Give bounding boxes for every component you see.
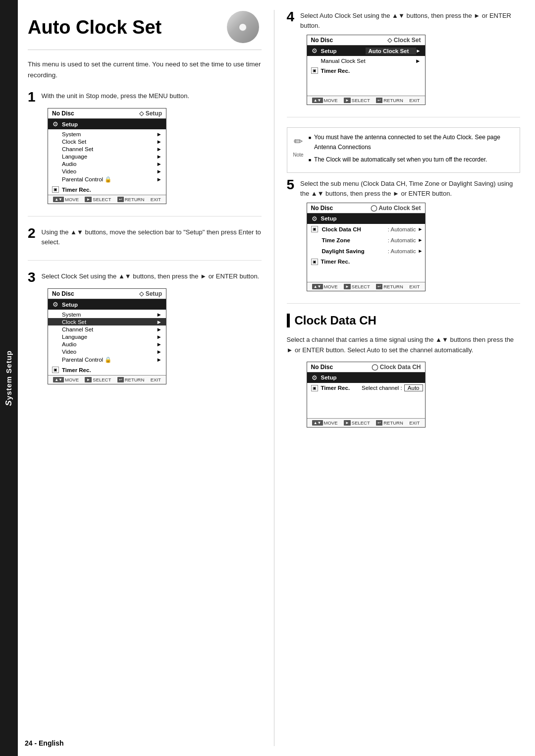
step-5: 5 Select the sub menu (Clock Data CH, Ti… <box>287 178 521 304</box>
step-4: 4 Select Auto Clock Set using the ▲▼ but… <box>287 10 521 117</box>
note-label: Note <box>293 151 304 159</box>
osd-timer-row-1: ▣ Timer Rec. <box>48 184 166 195</box>
osd-setup-row-4: ⚙ Setup Auto Clock Set ► <box>307 46 425 56</box>
osd-header-right-1: ◇ Setup <box>139 110 162 117</box>
osd-item-clockset-1: Clock Set► <box>48 138 166 145</box>
osd-item-system-3: System► <box>48 311 166 318</box>
step-1-desc: With the unit in Stop mode, press the ME… <box>42 90 189 101</box>
step-5-number: 5 <box>287 178 295 192</box>
step-1: 1 With the unit in Stop mode, press the … <box>28 90 262 216</box>
osd-footer-1: ▲▼MOVE ►SELECT ↩RETURN EXIT <box>48 195 166 204</box>
osd-header-left-4: No Disc <box>311 37 333 44</box>
osd-item-system-1: System► <box>48 130 166 138</box>
osd-item-channelset-3: Channel Set► <box>48 325 166 333</box>
note-pencil-icon: ✏ <box>294 133 303 150</box>
osd-footer-cdc: ▲▼MOVE ►SELECT ↩RETURN EXIT <box>307 418 425 427</box>
section-bar <box>287 314 290 327</box>
note-box: ✏ Note You must have the antenna connect… <box>287 127 521 172</box>
clock-data-ch-title: Clock Data CH <box>295 314 376 327</box>
osd-item-language-1: Language► <box>48 153 166 160</box>
gear-icon-3: ⚙ <box>50 300 61 309</box>
side-tab-label: System Setup <box>4 350 14 406</box>
osd-header-right-3: ◇ Setup <box>139 290 162 297</box>
osd-setup-row-1: ⚙ Setup <box>48 119 166 129</box>
gear-icon-5: ⚙ <box>309 214 320 223</box>
gear-icon-4: ⚙ <box>309 47 320 55</box>
timer-icon-4: ▣ <box>309 66 320 75</box>
step-2-number: 2 <box>28 226 36 240</box>
osd-box-step3: No Disc ◇ Setup ⚙ Setup System► Clock Se… <box>48 288 166 384</box>
osd-box-step4: No Disc ◇ Clock Set ⚙ Setup Auto Clock S… <box>307 35 426 105</box>
clock-data-ch-desc: Select a channel that carries a time sig… <box>287 334 521 356</box>
osd-timer-label-1: Timer Rec. <box>61 187 164 193</box>
osd-box-clockdatach: No Disc ◯ Clock Data CH ⚙ Setup ▣ Timer … <box>307 362 426 428</box>
page-footer: 24 - English <box>25 739 64 747</box>
osd-header-right-5: ◯ Auto Clock Set <box>371 205 421 212</box>
intro-text: This menu is used to set the current tim… <box>28 59 262 80</box>
osd-footer-4: ▲▼MOVE ►SELECT ↩RETURN EXIT <box>307 96 425 105</box>
osd-item-audio-3: Audio► <box>48 340 166 348</box>
gear-icon: ⚙ <box>50 120 61 129</box>
osd-setup-row-cdc: ⚙ Setup <box>307 373 425 383</box>
osd-timer-row-cdc: ▣ Timer Rec. Select channel : Auto <box>307 383 425 393</box>
osd-timer-label-3: Timer Rec. <box>61 367 164 373</box>
timer-icon-5b <box>309 236 320 245</box>
osd-item-audio-1: Audio► <box>48 160 166 167</box>
osd-setup-label-3: Setup <box>61 302 164 308</box>
osd-item-manual-4: Manual Clock Set► <box>307 57 425 64</box>
side-tab: System Setup <box>0 0 18 756</box>
osd-item-language-3: Language► <box>48 333 166 340</box>
osd-item-video-3: Video► <box>48 348 166 355</box>
osd-setup-label-cdc: Setup <box>320 375 423 380</box>
clock-data-ch-title-block: Clock Data CH <box>287 314 521 327</box>
osd-timer-label-4: Timer Rec. <box>320 68 423 74</box>
osd-header-left-1: No Disc <box>52 110 74 117</box>
gear-icon-cdc: ⚙ <box>309 373 320 382</box>
step-5-desc: Select the sub menu (Clock Data CH, Time… <box>300 178 520 199</box>
timer-icon-cdc: ▣ <box>309 383 320 392</box>
step-2: 2 Using the ▲▼ buttons, move the selecti… <box>28 226 262 261</box>
osd-header-left-3: No Disc <box>52 290 74 297</box>
osd-item-clockset-3: Clock Set► <box>48 318 166 325</box>
osd-timer-label-5: Timer Rec. <box>320 259 423 265</box>
osd-item-parental-3: Parental Control 🔒► <box>48 355 166 364</box>
timer-icon-1: ▣ <box>50 185 61 194</box>
step-3-number: 3 <box>28 270 36 284</box>
osd-item-channelset-1: Channel Set► <box>48 145 166 153</box>
page-number: 24 <box>25 739 33 747</box>
disc-decoration <box>212 10 262 45</box>
osd-setup-row-3: ⚙ Setup <box>48 299 166 310</box>
step-3: 3 Select Clock Set using the ▲▼ buttons,… <box>28 270 262 396</box>
osd-footer-3: ▲▼MOVE ►SELECT ↩RETURN EXIT <box>48 375 166 384</box>
osd-footer-5: ▲▼MOVE ►SELECT ↩RETURN EXIT <box>307 282 425 291</box>
osd-timer-row-4: ▣ Timer Rec. <box>307 65 425 76</box>
osd-timezone-row: Time Zone : Automatic ► <box>307 235 425 246</box>
step-2-desc: Using the ▲▼ buttons, move the selection… <box>42 226 262 247</box>
osd-box-step1: No Disc ◇ Setup ⚙ Setup System► Clock Se… <box>48 108 166 204</box>
timer-icon-5a: ▣ <box>309 225 320 234</box>
timer-icon-5c <box>309 247 320 256</box>
osd-timer-row-5: ▣ Timer Rec. <box>307 257 425 267</box>
osd-header-left-5: No Disc <box>311 205 333 212</box>
osd-timer-label-cdc: Timer Rec. <box>320 385 359 391</box>
osd-setup-row-5: ⚙ Setup <box>307 214 425 224</box>
osd-box-step5: No Disc ◯ Auto Clock Set ⚙ Setup ▣ Clock… <box>307 203 426 291</box>
osd-clockdatach-row: ▣ Clock Data CH : Automatic ► <box>307 224 425 235</box>
note-bullet-2: The Clock will be automatically set when… <box>309 155 514 165</box>
page-language: English <box>39 739 64 747</box>
title-block: Auto Clock Set <box>28 10 262 50</box>
channel-value: Auto <box>404 384 423 391</box>
step-4-number: 4 <box>287 10 295 24</box>
step-1-number: 1 <box>28 90 36 104</box>
timer-icon-5d: ▣ <box>309 257 320 266</box>
osd-item-parental-1: Parental Control 🔒► <box>48 175 166 183</box>
osd-header-right-4: ◇ Clock Set <box>387 37 421 44</box>
timer-icon-3: ▣ <box>50 366 61 375</box>
osd-daylightsaving-row: Daylight Saving : Automatic ► <box>307 246 425 257</box>
osd-timer-row-3: ▣ Timer Rec. <box>48 365 166 375</box>
osd-item-video-1: Video► <box>48 167 166 175</box>
clock-data-ch-section: Clock Data CH Select a channel that carr… <box>287 314 521 428</box>
page-title: Auto Clock Set <box>28 17 212 38</box>
osd-setup-label-5: Setup <box>320 216 423 221</box>
osd-setup-label-1: Setup <box>61 121 164 127</box>
